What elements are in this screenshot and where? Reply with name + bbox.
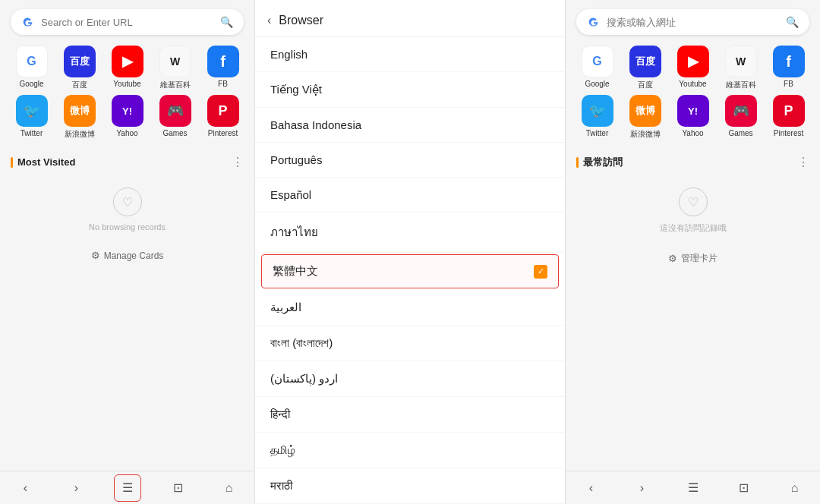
left-app-wiki[interactable]: W 維基百科: [155, 46, 196, 90]
lang-item-en[interactable]: English: [255, 37, 565, 72]
right-panel: 🔍 G Google 百度 百度 ▶ Youtube W 維基百科 f FB: [566, 0, 820, 504]
left-search-bar[interactable]: 🔍: [11, 9, 244, 35]
left-app-yahoo[interactable]: Y! Yahoo: [107, 95, 148, 140]
right-nav-tabs[interactable]: ⊡: [730, 474, 758, 502]
right-app-grid: G Google 百度 百度 ▶ Youtube W 維基百科 f FB 🐦: [566, 43, 820, 150]
right-app-games[interactable]: 🎮 Games: [721, 95, 762, 140]
right-search-input[interactable]: [607, 17, 786, 28]
lang-label-ar: العربية: [270, 301, 301, 314]
left-app-baidu[interactable]: 百度 百度: [59, 46, 100, 90]
right-app-fb[interactable]: f FB: [768, 46, 809, 90]
left-app-google[interactable]: G Google: [11, 46, 52, 90]
right-nav-menu[interactable]: ☰: [680, 474, 707, 502]
right-twitter-app-label: Twitter: [586, 129, 608, 137]
lang-label-bn: বাংলা (বাংলাদেশ): [270, 336, 333, 350]
right-nav-back[interactable]: ‹: [578, 474, 605, 502]
right-app-yahoo[interactable]: Y! Yahoo: [673, 95, 714, 140]
right-bottom-nav: ‹ › ☰ ⊡ ⌂: [566, 471, 820, 504]
lang-label-id: Bahasa Indonesia: [270, 118, 361, 131]
left-panel: 🔍 G Google 百度 百度 ▶ Youtube W 維基百科 f FB: [0, 0, 254, 504]
lang-item-pt[interactable]: Português: [255, 143, 565, 178]
svg-point-1: [587, 15, 601, 29]
lang-label-vi: Tiếng Việt: [270, 83, 322, 96]
left-nav-back[interactable]: ‹: [12, 474, 39, 502]
right-heart-icon: ♡: [679, 187, 708, 216]
right-manage-cards[interactable]: ⚙ 管理卡片: [566, 252, 820, 265]
right-nav-forward[interactable]: ›: [629, 474, 656, 502]
left-manage-cards[interactable]: ⚙ Manage Cards: [0, 250, 254, 261]
right-app-pinterest[interactable]: P Pinterest: [768, 95, 809, 140]
lang-label-mr: मराठी: [270, 479, 292, 493]
left-app-weibo[interactable]: 微博 新浪微博: [59, 95, 100, 140]
left-manage-cards-label: Manage Cards: [104, 250, 164, 261]
left-most-visited-title: Most Visited: [11, 156, 75, 168]
right-manage-cards-label: 管理卡片: [681, 252, 718, 265]
center-back-button[interactable]: ‹: [267, 14, 271, 27]
right-google-app-icon: G: [582, 46, 613, 77]
left-search-input[interactable]: [41, 17, 220, 28]
right-app-wiki[interactable]: W 維基百科: [721, 46, 762, 90]
lang-item-mr[interactable]: मराठी: [255, 468, 565, 504]
right-app-twitter[interactable]: 🐦 Twitter: [577, 95, 618, 140]
pinterest-app-icon: P: [207, 95, 239, 127]
left-app-row-1: G Google 百度 百度 ▶ Youtube W 維基百科 f FB: [8, 46, 247, 90]
left-heart-icon: ♡: [113, 187, 142, 216]
right-most-visited-menu[interactable]: ⋮: [797, 155, 809, 169]
right-weibo-app-icon: 微博: [629, 95, 661, 127]
left-app-grid: G Google 百度 百度 ▶ Youtube W 維基百科 f FB 🐦: [0, 43, 254, 150]
right-wiki-app-icon: W: [725, 46, 757, 77]
lang-item-ar[interactable]: العربية: [255, 290, 565, 326]
right-weibo-app-label: 新浪微博: [630, 129, 661, 140]
left-app-youtube[interactable]: ▶ Youtube: [107, 46, 148, 90]
right-app-google[interactable]: G Google: [577, 46, 618, 90]
right-app-row-2: 🐦 Twitter 微博 新浪微博 Y! Yahoo 🎮 Games P Pin…: [573, 95, 812, 140]
left-nav-forward[interactable]: ›: [63, 474, 90, 502]
lang-item-bn[interactable]: বাংলা (বাংলাদেশ): [255, 326, 565, 361]
lang-label-zh-tw: 繁體中文: [273, 264, 318, 279]
right-app-baidu[interactable]: 百度 百度: [625, 46, 666, 90]
fb-app-icon: f: [207, 46, 239, 77]
lang-item-ta[interactable]: தமிழ்: [255, 433, 565, 468]
right-fb-app-label: FB: [784, 80, 793, 88]
left-nav-home[interactable]: ⌂: [216, 474, 243, 502]
right-youtube-app-icon: ▶: [677, 46, 709, 77]
google-app-label: Google: [19, 80, 43, 88]
lang-item-id[interactable]: Bahasa Indonesia: [255, 108, 565, 143]
lang-item-ur[interactable]: اردو (پاکستان): [255, 361, 565, 397]
right-most-visited-header: 最常訪問 ⋮: [566, 150, 820, 172]
left-nav-tabs[interactable]: ⊡: [165, 474, 192, 502]
left-app-twitter[interactable]: 🐦 Twitter: [11, 95, 52, 140]
wiki-app-label: 維基百科: [160, 80, 191, 90]
right-pinterest-app-label: Pinterest: [774, 129, 803, 137]
right-app-youtube[interactable]: ▶ Youtube: [673, 46, 714, 90]
right-wiki-app-label: 維基百科: [726, 80, 756, 90]
right-google-icon: [587, 15, 601, 29]
left-most-visited-menu[interactable]: ⋮: [232, 155, 244, 169]
left-app-games[interactable]: 🎮 Games: [155, 95, 196, 140]
right-yahoo-app-label: Yahoo: [682, 129, 703, 137]
right-google-app-label: Google: [585, 80, 609, 88]
right-app-weibo[interactable]: 微博 新浪微博: [625, 95, 666, 140]
lang-check-icon: ✓: [534, 265, 547, 279]
left-bottom-nav: ‹ › ☰ ⊡ ⌂: [0, 471, 254, 504]
right-empty-state: ♡ 這沒有訪問記錄哦: [566, 172, 820, 241]
right-fb-app-icon: f: [773, 46, 805, 77]
google-app-icon: G: [16, 46, 48, 77]
lang-item-th[interactable]: ภาษาไทย: [255, 213, 565, 253]
right-search-bar[interactable]: 🔍: [576, 9, 809, 35]
right-app-row-1: G Google 百度 百度 ▶ Youtube W 維基百科 f FB: [573, 46, 812, 90]
youtube-app-icon: ▶: [112, 46, 144, 77]
left-nav-menu[interactable]: ☰: [114, 474, 141, 502]
left-app-pinterest[interactable]: P Pinterest: [203, 95, 244, 140]
lang-item-zh-tw[interactable]: 繁體中文✓: [261, 254, 559, 288]
weibo-app-icon: 微博: [64, 95, 96, 127]
left-app-row-2: 🐦 Twitter 微博 新浪微博 Y! Yahoo 🎮 Games P Pin…: [8, 95, 247, 140]
lang-item-es[interactable]: Español: [255, 178, 565, 213]
right-yahoo-app-icon: Y!: [677, 95, 709, 127]
lang-item-vi[interactable]: Tiếng Việt: [255, 72, 565, 108]
twitter-app-label: Twitter: [20, 129, 43, 137]
right-nav-home[interactable]: ⌂: [781, 474, 809, 502]
right-most-visited-title: 最常訪問: [576, 156, 623, 169]
left-app-fb[interactable]: f FB: [203, 46, 244, 90]
lang-item-hi[interactable]: हिन्दी: [255, 397, 565, 433]
